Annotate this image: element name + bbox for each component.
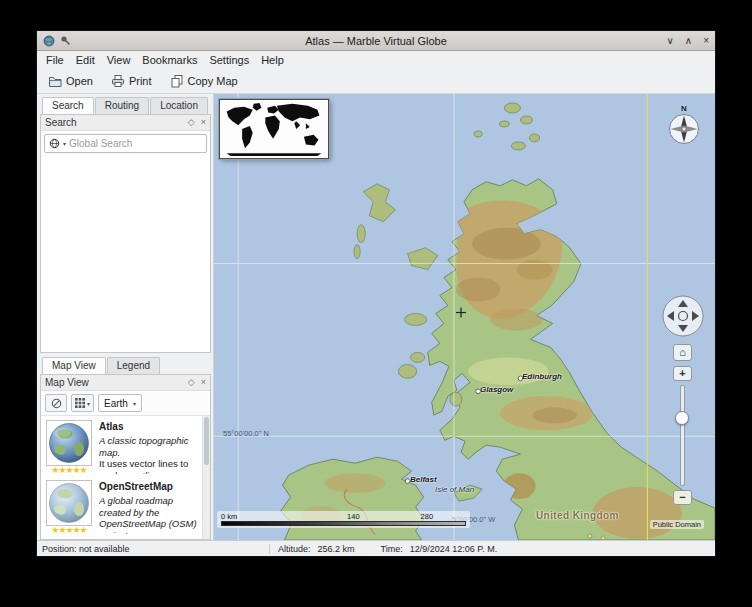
global-search-icon[interactable] [49, 138, 60, 149]
atlas-theme-desc: A classic topographic map. [99, 435, 198, 458]
chevron-down-icon: ▾ [133, 400, 136, 407]
menu-file[interactable]: File [40, 53, 70, 67]
open-button[interactable]: Open [43, 72, 98, 90]
open-folder-icon [48, 74, 62, 88]
status-altitude-label: Altitude: [278, 544, 311, 554]
filter-themes-button[interactable] [45, 394, 67, 412]
minimize-icon[interactable]: ∨ [667, 36, 674, 46]
globe-thumbnail-icon [48, 482, 90, 524]
marble-window: Atlas — Marble Virtual Globe ∨ ∧ × File … [36, 30, 716, 557]
search-panel-title: Search [45, 117, 182, 128]
pin-icon[interactable] [60, 35, 71, 46]
map-license-label: Public Domain [650, 520, 704, 529]
tab-map-view[interactable]: Map View [42, 357, 106, 374]
global-search-field[interactable]: ▾ [44, 134, 207, 153]
atlas-thumbnail [46, 420, 92, 466]
country-label-united-kingdom: United Kingdom [536, 510, 619, 521]
tab-search[interactable]: Search [42, 97, 94, 114]
zoom-in-button[interactable]: + [673, 366, 692, 381]
celestial-body-select[interactable]: Earth ▾ [98, 394, 142, 412]
theme-item-atlas[interactable]: ★★★★★ Atlas A classic topographic map. I… [41, 416, 210, 476]
close-panel-icon[interactable]: × [201, 118, 206, 127]
close-icon[interactable]: × [703, 36, 709, 46]
theme-list-scrollbar[interactable] [202, 416, 210, 539]
float-panel-icon[interactable]: ◇ [188, 118, 195, 127]
plus-icon: + [679, 368, 685, 379]
sidebar-top-tabs: Search Routing Location [40, 97, 211, 114]
menubar: File Edit View Bookmarks Settings Help [37, 51, 715, 69]
map-theme-list: ★★★★★ Atlas A classic topographic map. I… [41, 416, 210, 539]
city-label-edinburgh: Edinburgh [522, 372, 562, 381]
menu-edit[interactable]: Edit [70, 53, 101, 67]
chevron-down-icon: ▾ [87, 400, 90, 407]
print-button-label: Print [129, 75, 152, 87]
openstreetmap-theme-desc: A global roadmap created by the OpenStre… [99, 495, 198, 534]
minus-icon: − [679, 492, 685, 503]
circle-slash-icon [51, 398, 62, 409]
copy-map-button[interactable]: Copy Map [165, 72, 243, 90]
zoom-slider[interactable] [680, 385, 685, 486]
compass-icon: N [665, 102, 703, 148]
float-panel-icon[interactable]: ◇ [188, 378, 195, 387]
tab-location[interactable]: Location [150, 97, 208, 114]
scale-gradient-bar [221, 521, 466, 526]
scale-tick-mid: 140 [347, 512, 360, 521]
statusbar: Position: not available Altitude: 256.2 … [37, 540, 715, 556]
compass-rose[interactable]: N [665, 102, 703, 148]
view-mode-button[interactable]: ▾ [71, 394, 94, 412]
pan-control-pad[interactable] [661, 294, 705, 338]
island-label-isle-of-man: Isle of Man [435, 485, 474, 494]
openstreetmap-rating-stars: ★★★★★ [51, 526, 86, 536]
menu-settings[interactable]: Settings [203, 53, 255, 67]
globe-thumbnail-icon [48, 422, 90, 464]
atlas-theme-name: Atlas [99, 421, 198, 433]
map-view-panel: Map View ◇ × [40, 374, 211, 540]
menu-view[interactable]: View [101, 53, 137, 67]
openstreetmap-theme-name: OpenStreetMap [99, 481, 198, 493]
navigation-pad-icon [661, 294, 705, 338]
status-position: Position: not available [42, 544, 261, 554]
close-panel-icon[interactable]: × [201, 378, 206, 387]
overview-world-map[interactable] [219, 99, 329, 159]
status-time-label: Time: [381, 544, 403, 554]
city-label-belfast: Belfast [410, 475, 437, 484]
tab-legend[interactable]: Legend [107, 357, 160, 374]
chevron-down-icon: ▾ [63, 140, 66, 147]
menu-help[interactable]: Help [255, 53, 290, 67]
tab-routing[interactable]: Routing [95, 97, 149, 114]
window-title: Atlas — Marble Virtual Globe [37, 35, 715, 47]
search-panel: Search ◇ × ▾ [40, 114, 211, 353]
sidebar-bottom-tabs: Map View Legend [40, 357, 211, 374]
menu-bookmarks[interactable]: Bookmarks [136, 53, 203, 67]
map-scale-bar: 0 km 140 280 [217, 511, 470, 528]
grid-icon [75, 398, 85, 408]
zoom-slider-handle[interactable] [675, 411, 689, 425]
statusbar-separator [269, 544, 270, 554]
graticule-latitude-label: 55°00'00.0" N [223, 429, 269, 438]
search-results-area [41, 156, 210, 352]
copy-icon [170, 74, 184, 88]
world-map-icon [220, 100, 328, 158]
zoom-out-button[interactable]: − [673, 490, 692, 505]
copy-map-button-label: Copy Map [188, 75, 238, 87]
compass-north-label: N [681, 104, 687, 113]
open-button-label: Open [66, 75, 93, 87]
home-button[interactable]: ⌂ [673, 344, 692, 361]
map-canvas[interactable]: Glasgow Edinburgh Belfast Isle of Man Un… [214, 94, 715, 540]
celestial-body-value: Earth [104, 398, 128, 409]
sidebar: Search Routing Location Search ◇ × [37, 94, 214, 540]
print-button[interactable]: Print [106, 72, 157, 90]
scrollbar-thumb[interactable] [204, 417, 209, 465]
atlas-rating-stars: ★★★★★ [51, 466, 86, 476]
theme-item-openstreetmap[interactable]: ★★★★★ OpenStreetMap A global roadmap cre… [41, 476, 210, 536]
maximize-icon[interactable]: ∧ [685, 36, 692, 46]
status-time-value: 12/9/2024 12:06 P. M. [410, 544, 497, 554]
desktop-background: Atlas — Marble Virtual Globe ∨ ∧ × File … [0, 0, 752, 607]
status-altitude-value: 256.2 km [318, 544, 355, 554]
home-icon: ⌂ [679, 347, 686, 358]
search-input[interactable] [69, 138, 202, 149]
titlebar[interactable]: Atlas — Marble Virtual Globe ∨ ∧ × [37, 31, 715, 51]
scale-tick-end: 280 [421, 512, 434, 521]
atlas-theme-desc2: It uses vector lines to mark coastlines,… [99, 458, 198, 474]
map-terrain [214, 94, 715, 540]
